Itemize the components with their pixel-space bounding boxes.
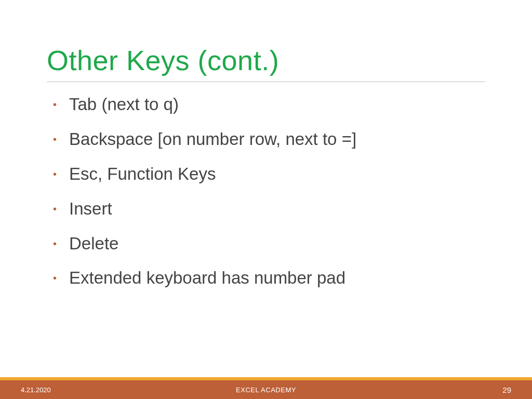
bullet-list: • Tab (next to q) • Backspace [on number… bbox=[47, 94, 485, 289]
bullet-text: Backspace [on number row, next to =] bbox=[69, 128, 356, 151]
footer-bar: 4.21.2020 EXCEL ACADEMY 29 bbox=[0, 377, 532, 399]
list-item: • Delete bbox=[53, 233, 485, 255]
bullet-text: Extended keyboard has number pad bbox=[69, 267, 345, 289]
bullet-icon: • bbox=[53, 203, 57, 215]
list-item: • Insert bbox=[53, 198, 485, 220]
slide-title: Other Keys (cont.) bbox=[47, 44, 485, 82]
bullet-icon: • bbox=[53, 272, 57, 284]
bullet-icon: • bbox=[53, 168, 57, 180]
footer-page-number: 29 bbox=[502, 385, 511, 394]
bullet-text: Esc, Function Keys bbox=[69, 163, 216, 185]
bullet-text: Delete bbox=[69, 233, 118, 255]
list-item: • Backspace [on number row, next to =] bbox=[53, 128, 485, 151]
bullet-icon: • bbox=[53, 134, 57, 145]
list-item: • Esc, Function Keys bbox=[53, 163, 485, 185]
bullet-icon: • bbox=[53, 238, 57, 250]
list-item: • Extended keyboard has number pad bbox=[53, 267, 485, 289]
list-item: • Tab (next to q) bbox=[53, 94, 485, 116]
bullet-text: Insert bbox=[69, 198, 112, 220]
slide-content: Other Keys (cont.) • Tab (next to q) • B… bbox=[0, 0, 532, 289]
bullet-text: Tab (next to q) bbox=[69, 94, 179, 116]
bullet-icon: • bbox=[53, 99, 57, 111]
footer-center: EXCEL ACADEMY bbox=[236, 386, 296, 394]
footer-date: 4.21.2020 bbox=[21, 386, 51, 394]
